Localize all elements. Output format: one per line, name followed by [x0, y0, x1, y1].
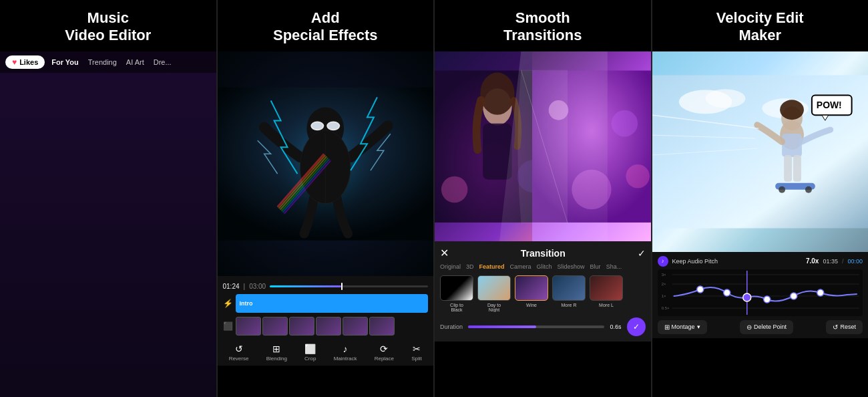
apply-button[interactable]: ✓	[627, 317, 646, 336]
filter-3d[interactable]: 3D	[466, 263, 474, 270]
clip-track[interactable]: Intro	[236, 294, 429, 313]
filter-slideshow[interactable]: Slideshow	[558, 263, 585, 270]
tool-replace[interactable]: ⟳ Replace	[375, 344, 394, 362]
panel-smooth-transitions: SmoothTransitions	[435, 0, 652, 397]
filter-blur[interactable]: Blur	[590, 263, 601, 270]
duration-value: 0.6s	[610, 323, 621, 330]
svg-point-38	[611, 110, 638, 137]
tool-blending[interactable]: ⊞ Blending	[266, 344, 287, 362]
reset-button[interactable]: ↺ Reset	[826, 320, 863, 334]
velocity-graph[interactable]: 3× 2× 1× 0.5×	[658, 269, 863, 316]
panel1-content: ♥ Likes For You Trending AI Art Dre...	[0, 51, 216, 397]
filter-tabs: Original 3D Featured Camera Glitch Slide…	[440, 263, 646, 270]
thumb-label-3: Wine	[526, 303, 537, 307]
tab-foryou[interactable]: For You	[49, 56, 81, 68]
delete-point-button[interactable]: ⊖ Delete Point	[740, 320, 793, 334]
clip-row: ⚡ Intro	[223, 294, 429, 313]
filter-original[interactable]: Original	[440, 263, 461, 270]
transition-scene	[435, 51, 651, 241]
tool-reverse[interactable]: ↺ Reverse	[229, 344, 249, 362]
tab-likes[interactable]: ♥ Likes	[5, 55, 45, 69]
frame-thumb-3[interactable]	[289, 317, 314, 336]
thumb-more-l[interactable]: More L	[590, 275, 623, 312]
svg-point-33	[480, 72, 514, 114]
frames-row: ⬛	[223, 317, 429, 336]
svg-text:2×: 2×	[661, 282, 666, 286]
tab-dre[interactable]: Dre...	[151, 56, 174, 68]
thumb-clip-to-black[interactable]: Clip toBlack	[440, 275, 473, 312]
split-icon: ✂	[413, 344, 421, 354]
slider-fill	[468, 325, 536, 328]
tool-maintrack[interactable]: ♪ Maintrack	[334, 344, 357, 362]
frames-icon: ⬛	[223, 321, 233, 331]
panel3-title: SmoothTransitions	[435, 0, 651, 51]
filter-camera[interactable]: Camera	[510, 263, 531, 270]
panel2-title: AddSpecial Effects	[218, 0, 434, 51]
thumb-more-r[interactable]: More R	[552, 275, 586, 312]
audio-icon: ♪	[658, 256, 668, 267]
time-progress-fill	[270, 285, 341, 287]
tool-split[interactable]: ✂ Split	[411, 344, 422, 362]
filter-featured[interactable]: Featured	[479, 263, 505, 270]
confirm-button[interactable]: ✓	[638, 248, 646, 259]
panel2-content: 01:24 | 03:00 ⚡ Intro ⬛	[218, 51, 434, 397]
thumb-label-2: Day toNight	[487, 303, 501, 312]
velocity-controls: ♪ Keep Audio Pitch 7.0x 01:35 / 00:00 3×…	[652, 252, 869, 338]
svg-point-70	[723, 289, 730, 296]
maintrack-label: Maintrack	[334, 356, 357, 362]
transition-thumbs: Clip toBlack Day toNight Wine More R Mor…	[440, 275, 646, 312]
panel1-title: MusicVideo Editor	[0, 0, 216, 51]
close-button[interactable]: ✕	[440, 247, 449, 259]
delete-label: Delete Point	[754, 323, 787, 330]
keep-audio-label: Keep Audio Pitch	[672, 258, 802, 265]
frame-thumb-4[interactable]	[316, 317, 341, 336]
time-value2: 00:00	[847, 258, 863, 265]
thumb-img-1	[440, 275, 473, 301]
time-progress-bar[interactable]	[270, 285, 428, 287]
filter-sha[interactable]: Sha...	[606, 263, 622, 270]
transition-title: Transition	[449, 248, 638, 259]
tab-trending[interactable]: Trending	[85, 56, 120, 68]
svg-point-72	[790, 293, 797, 299]
filter-glitch[interactable]: Glitch	[537, 263, 552, 270]
tab-aiart[interactable]: AI Art	[124, 56, 147, 68]
thumb-label-5: More L	[599, 303, 614, 307]
time-current: 01:24	[223, 283, 240, 290]
thumb-day-to-night[interactable]: Day toNight	[477, 275, 511, 312]
svg-point-71	[763, 296, 770, 303]
reset-label: Reset	[840, 323, 856, 330]
tool-crop[interactable]: ⬜ Crop	[304, 344, 316, 362]
time-separator: /	[842, 258, 844, 265]
panel-music-video-editor: MusicVideo Editor ♥ Likes For You Trendi…	[0, 0, 218, 397]
panel-special-effects: AddSpecial Effects	[218, 0, 435, 397]
frame-thumb-2[interactable]	[262, 317, 288, 336]
thumb-img-3	[515, 275, 548, 301]
transition-panel: ✕ Transition ✓ Original 3D Featured Came…	[435, 241, 651, 342]
replace-label: Replace	[375, 356, 394, 362]
svg-point-40	[626, 164, 650, 188]
toolbar-row: ↺ Reverse ⊞ Blending ⬜ Crop ♪ Maintrack …	[218, 338, 434, 366]
vel-top-row: ♪ Keep Audio Pitch 7.0x 01:35 / 00:00	[658, 256, 863, 267]
svg-point-34	[441, 176, 468, 203]
heart-icon: ♥	[12, 57, 17, 67]
frame-thumb-5[interactable]	[343, 317, 368, 336]
frame-thumb-1[interactable]	[236, 317, 261, 336]
split-label: Split	[411, 356, 422, 362]
svg-rect-49	[782, 134, 802, 157]
crop-icon: ⬜	[304, 344, 316, 354]
replace-icon: ⟳	[380, 344, 388, 354]
duration-slider[interactable]	[468, 325, 604, 328]
svg-point-75	[742, 293, 750, 301]
crop-label: Crop	[304, 356, 316, 362]
svg-point-73	[817, 289, 823, 296]
panel4-title: Velocity EditMaker	[652, 0, 869, 51]
reset-icon: ↺	[833, 323, 838, 331]
montage-button[interactable]: ⊞ Montage ▾	[658, 320, 707, 334]
svg-point-69	[696, 286, 703, 293]
thumb-wine[interactable]: Wine	[515, 275, 548, 312]
montage-label: Montage	[672, 323, 695, 330]
panel-velocity-edit-maker: Velocity EditMaker	[652, 0, 869, 397]
frame-thumb-6[interactable]	[369, 317, 395, 336]
vel-bottom-row: ⊞ Montage ▾ ⊖ Delete Point ↺ Reset	[658, 320, 863, 334]
timeline-section: 01:24 | 03:00 ⚡ Intro ⬛	[218, 276, 434, 338]
